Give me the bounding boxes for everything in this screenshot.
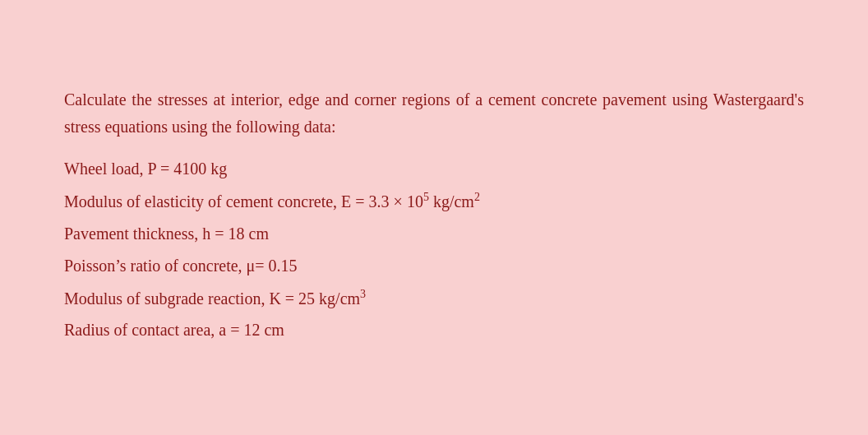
main-content: Calculate the stresses at interior, edge… [48, 62, 820, 373]
list-item-poisson-ratio: Poisson’s ratio of concrete, μ= 0.15 [64, 252, 804, 280]
data-list: Wheel load, P = 4100 kg Modulus of elast… [64, 155, 804, 344]
intro-paragraph: Calculate the stresses at interior, edge… [64, 86, 804, 141]
list-item-wheel-load: Wheel load, P = 4100 kg [64, 155, 804, 183]
list-item-subgrade-reaction: Modulus of subgrade reaction, K = 25 kg/… [64, 285, 804, 312]
list-item-pavement-thickness: Pavement thickness, h = 18 cm [64, 220, 804, 248]
list-item-modulus-elasticity: Modulus of elasticity of cement concrete… [64, 187, 804, 215]
list-item-contact-area: Radius of contact area, a = 12 cm [64, 317, 804, 344]
